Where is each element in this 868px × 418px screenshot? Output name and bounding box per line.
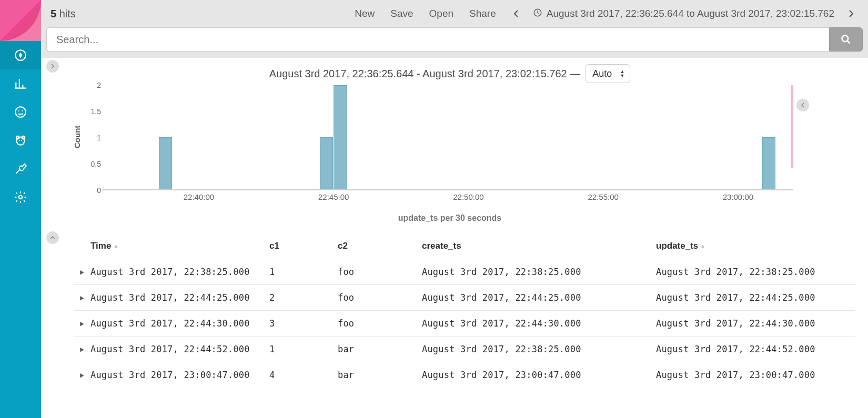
expand-row-icon[interactable]: ▶ xyxy=(74,345,90,353)
svg-point-12 xyxy=(19,196,23,199)
x-axis: 22:40:0022:45:0022:50:0022:55:0023:00:00 xyxy=(102,190,793,211)
search-input[interactable] xyxy=(56,34,820,46)
y-axis-label: Count xyxy=(73,126,82,148)
cell-c1: 4 xyxy=(269,370,338,380)
cell-c2: foo xyxy=(338,267,422,277)
table-body: ▶August 3rd 2017, 22:38:25.0001fooAugust… xyxy=(74,259,855,388)
svg-point-5 xyxy=(18,110,19,111)
histogram-bar[interactable] xyxy=(762,137,775,189)
y-tick: 0.5 xyxy=(91,160,101,168)
x-tick: 22:45:00 xyxy=(318,192,349,201)
expand-row-icon[interactable]: ▶ xyxy=(74,294,90,301)
cell-time: August 3rd 2017, 22:44:25.000 xyxy=(90,292,269,303)
cell-time: August 3rd 2017, 23:00:47.000 xyxy=(90,370,269,380)
timelion-nav-icon[interactable] xyxy=(0,126,41,155)
cell-create-ts: August 3rd 2017, 22:44:25.000 xyxy=(422,292,656,303)
open-button[interactable]: Open xyxy=(426,6,457,22)
cell-time: August 3rd 2017, 22:38:25.000 xyxy=(90,267,269,277)
x-tick: 22:40:00 xyxy=(184,192,214,201)
cell-update-ts: August 3rd 2017, 22:44:25.000 xyxy=(656,292,855,303)
y-tick: 0 xyxy=(97,186,101,195)
table-row[interactable]: ▶August 3rd 2017, 22:38:25.0001fooAugust… xyxy=(74,259,855,284)
management-nav-icon[interactable] xyxy=(0,183,41,211)
time-next-button[interactable] xyxy=(844,6,859,21)
cell-create-ts: August 3rd 2017, 22:38:25.000 xyxy=(422,267,656,277)
table-row[interactable]: ▶August 3rd 2017, 23:00:47.0004barAugust… xyxy=(74,362,855,388)
x-tick: 22:50:00 xyxy=(453,192,483,201)
time-prev-button[interactable] xyxy=(509,6,523,21)
select-caret-icon xyxy=(620,69,624,78)
cell-c2: bar xyxy=(338,370,422,380)
svg-point-14 xyxy=(842,36,849,42)
col-c2-header[interactable]: c2 xyxy=(338,241,422,251)
topbar: 5 hits New Save Open Share August 3rd 20… xyxy=(41,0,868,27)
svg-point-10 xyxy=(19,140,20,141)
histogram-chart: Count 00.511.52 22:40:0022:45:0022:50:00… xyxy=(65,85,855,211)
expand-row-icon[interactable]: ▶ xyxy=(74,320,90,327)
kibana-logo[interactable] xyxy=(0,0,41,41)
expand-row-icon[interactable]: ▶ xyxy=(74,268,90,276)
visualize-nav-icon[interactable] xyxy=(0,69,41,98)
x-axis-label: update_ts per 30 seconds xyxy=(44,213,855,223)
cell-update-ts: August 3rd 2017, 22:44:30.000 xyxy=(656,318,855,329)
interval-value: Auto xyxy=(592,68,612,79)
left-nav xyxy=(0,0,41,418)
cell-c1: 2 xyxy=(269,292,338,303)
save-button[interactable]: Save xyxy=(387,6,416,22)
expand-row-icon[interactable]: ▶ xyxy=(74,371,90,379)
x-tick: 22:55:00 xyxy=(588,192,618,201)
svg-marker-3 xyxy=(19,53,23,58)
cell-update-ts: August 3rd 2017, 23:00:47.000 xyxy=(656,370,855,380)
svg-point-7 xyxy=(16,137,24,145)
y-tick: 1 xyxy=(97,134,101,142)
table-row[interactable]: ▶August 3rd 2017, 22:44:52.0001barAugust… xyxy=(74,336,855,362)
y-axis: 00.511.52 xyxy=(85,85,101,190)
histogram-bar[interactable] xyxy=(320,137,333,189)
cell-c1: 3 xyxy=(269,318,338,329)
dashboard-nav-icon[interactable] xyxy=(0,98,41,126)
cell-create-ts: August 3rd 2017, 23:00:47.000 xyxy=(422,370,656,380)
plot-area[interactable] xyxy=(102,85,793,190)
collapse-fields-button[interactable] xyxy=(46,231,59,244)
chart-header: August 3rd 2017, 22:36:25.644 - August 3… xyxy=(44,61,855,85)
x-tick: 23:00:00 xyxy=(723,192,753,201)
cell-time: August 3rd 2017, 22:44:30.000 xyxy=(90,318,269,329)
histogram-bar[interactable] xyxy=(159,137,172,189)
col-create-header[interactable]: create_ts xyxy=(422,241,656,251)
table-row[interactable]: ▶August 3rd 2017, 22:44:30.0003fooAugust… xyxy=(74,310,855,336)
time-range-picker[interactable]: August 3rd 2017, 22:36:25.644 to August … xyxy=(533,8,834,20)
table-header: Time▲ c1 c2 create_ts update_ts▲ xyxy=(74,233,855,259)
cell-c2: foo xyxy=(338,292,422,303)
sort-asc-icon: ▲ xyxy=(700,243,705,249)
hit-count: 5 hits xyxy=(51,8,76,20)
svg-line-15 xyxy=(847,41,850,44)
svg-point-6 xyxy=(22,110,23,111)
search-row xyxy=(41,27,868,58)
devtools-nav-icon[interactable] xyxy=(0,155,41,183)
col-time-header[interactable]: Time▲ xyxy=(90,241,269,251)
results-table: Time▲ c1 c2 create_ts update_ts▲ ▶August… xyxy=(74,233,855,388)
svg-point-11 xyxy=(21,140,22,141)
table-row[interactable]: ▶August 3rd 2017, 22:44:25.0002fooAugust… xyxy=(74,284,855,310)
col-c1-header[interactable]: c1 xyxy=(269,241,338,251)
new-button[interactable]: New xyxy=(351,6,378,22)
cell-update-ts: August 3rd 2017, 22:44:52.000 xyxy=(656,344,855,354)
now-marker xyxy=(791,85,793,168)
main-panel: 5 hits New Save Open Share August 3rd 20… xyxy=(41,0,868,418)
expand-filters-button[interactable] xyxy=(46,60,59,73)
cell-c2: bar xyxy=(338,344,422,354)
sort-asc-icon: ▲ xyxy=(113,243,118,249)
body: August 3rd 2017, 22:36:25.644 - August 3… xyxy=(41,58,868,418)
discover-nav-icon[interactable] xyxy=(0,41,41,69)
interval-select[interactable]: Auto xyxy=(586,64,630,83)
y-tick: 2 xyxy=(97,81,101,89)
search-button[interactable] xyxy=(829,27,863,52)
cell-update-ts: August 3rd 2017, 22:38:25.000 xyxy=(656,267,855,277)
share-button[interactable]: Share xyxy=(466,6,499,22)
cell-create-ts: August 3rd 2017, 22:38:25.000 xyxy=(422,344,656,354)
cell-create-ts: August 3rd 2017, 22:44:30.000 xyxy=(422,318,656,329)
cell-c1: 1 xyxy=(269,344,338,354)
histogram-bar[interactable] xyxy=(334,85,347,189)
col-update-header[interactable]: update_ts▲ xyxy=(656,241,855,251)
cell-time: August 3rd 2017, 22:44:52.000 xyxy=(90,344,269,354)
